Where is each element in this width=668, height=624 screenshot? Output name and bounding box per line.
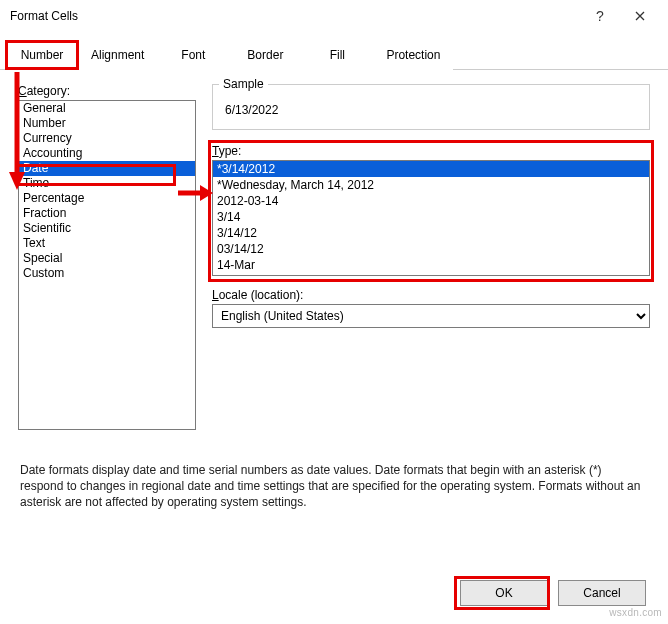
tab-fill[interactable]: Fill: [301, 41, 373, 70]
sample-value: 6/13/2022: [223, 101, 639, 119]
type-listbox[interactable]: *3/14/2012*Wednesday, March 14, 20122012…: [212, 160, 650, 276]
category-item[interactable]: Date: [19, 161, 195, 176]
close-button[interactable]: [620, 0, 660, 32]
type-item[interactable]: 3/14/12: [213, 225, 649, 241]
type-item[interactable]: 3/14: [213, 209, 649, 225]
category-item[interactable]: Text: [19, 236, 195, 251]
tab-protection[interactable]: Protection: [373, 41, 453, 70]
type-item[interactable]: 2012-03-14: [213, 193, 649, 209]
category-item[interactable]: Accounting: [19, 146, 195, 161]
tab-strip: Number Alignment Font Border Fill Protec…: [0, 40, 668, 70]
category-item[interactable]: Custom: [19, 266, 195, 281]
help-button[interactable]: ?: [580, 0, 620, 32]
watermark: wsxdn.com: [609, 607, 662, 618]
help-icon: ?: [596, 8, 604, 24]
close-icon: [635, 8, 645, 24]
cancel-label: Cancel: [583, 586, 620, 600]
cancel-button[interactable]: Cancel: [558, 580, 646, 606]
ok-label: OK: [495, 586, 512, 600]
tab-number[interactable]: Number: [6, 41, 78, 70]
ok-button[interactable]: OK: [460, 580, 548, 606]
type-item[interactable]: *3/14/2012: [213, 161, 649, 177]
type-item[interactable]: *Wednesday, March 14, 2012: [213, 177, 649, 193]
format-description: Date formats display date and time seria…: [0, 458, 668, 521]
category-item[interactable]: Special: [19, 251, 195, 266]
tab-label: Border: [247, 48, 283, 62]
dialog-body: Category: GeneralNumberCurrencyAccountin…: [0, 70, 668, 438]
type-item[interactable]: 14-Mar: [213, 257, 649, 273]
titlebar: Format Cells ?: [0, 0, 668, 32]
tab-label: Font: [181, 48, 205, 62]
type-label: Type:: [212, 144, 650, 158]
tab-label: Protection: [386, 48, 440, 62]
tab-alignment[interactable]: Alignment: [78, 41, 157, 70]
tab-label: Number: [21, 48, 64, 62]
sample-group: Sample 6/13/2022: [212, 84, 650, 130]
category-item[interactable]: Time: [19, 176, 195, 191]
category-label: Category:: [18, 84, 196, 98]
category-item[interactable]: Scientific: [19, 221, 195, 236]
tab-label: Alignment: [91, 48, 144, 62]
sample-legend: Sample: [219, 77, 268, 91]
locale-select[interactable]: English (United States): [212, 304, 650, 328]
tab-label: Fill: [330, 48, 345, 62]
dialog-title: Format Cells: [10, 9, 78, 23]
category-item[interactable]: Number: [19, 116, 195, 131]
category-item[interactable]: Fraction: [19, 206, 195, 221]
category-item[interactable]: General: [19, 101, 195, 116]
category-item[interactable]: Currency: [19, 131, 195, 146]
type-item[interactable]: 03/14/12: [213, 241, 649, 257]
tab-border[interactable]: Border: [229, 41, 301, 70]
dialog-footer: OK Cancel: [460, 580, 646, 606]
locale-label: Locale (location):: [212, 288, 650, 302]
category-item[interactable]: Percentage: [19, 191, 195, 206]
tab-font[interactable]: Font: [157, 41, 229, 70]
category-listbox[interactable]: GeneralNumberCurrencyAccountingDateTimeP…: [18, 100, 196, 430]
